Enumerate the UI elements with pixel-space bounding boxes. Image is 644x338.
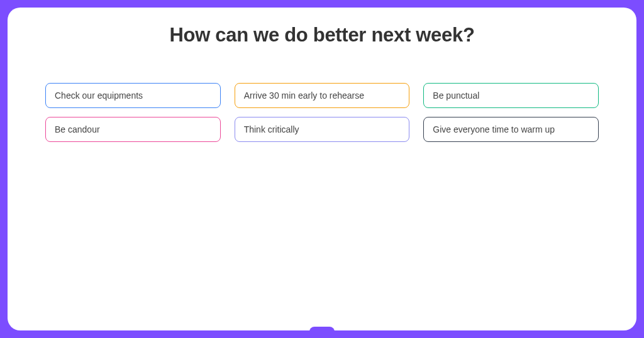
option-label: Check our equipments	[55, 90, 143, 101]
option-label: Be candour	[55, 124, 100, 134]
option-card-be-punctual[interactable]: Be punctual	[423, 83, 599, 108]
question-title: How can we do better next week?	[45, 24, 599, 46]
option-card-arrive-30-min-early[interactable]: Arrive 30 min early to rehearse	[235, 83, 410, 108]
option-card-be-candour[interactable]: Be candour	[45, 117, 221, 142]
option-card-check-our-equipments[interactable]: Check our equipments	[45, 83, 221, 108]
option-label: Think critically	[244, 124, 299, 134]
option-label: Give everyone time to warm up	[433, 124, 555, 134]
bottom-tab-handle[interactable]	[309, 327, 335, 333]
option-card-think-critically[interactable]: Think critically	[235, 117, 410, 142]
option-card-give-everyone-time[interactable]: Give everyone time to warm up	[423, 117, 599, 142]
options-grid: Check our equipments Arrive 30 min early…	[45, 83, 599, 142]
content-panel: How can we do better next week? Check ou…	[8, 8, 636, 330]
option-label: Arrive 30 min early to rehearse	[244, 90, 364, 101]
option-label: Be punctual	[433, 90, 479, 101]
